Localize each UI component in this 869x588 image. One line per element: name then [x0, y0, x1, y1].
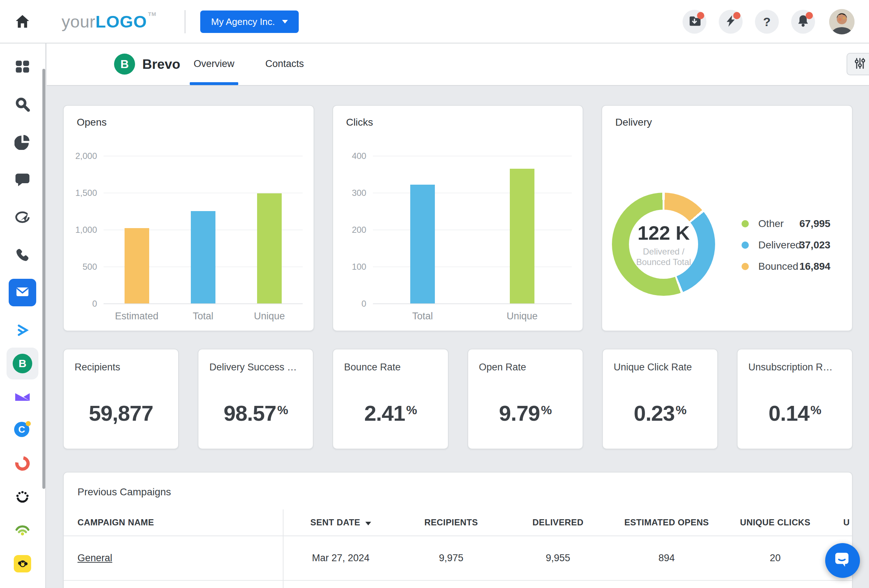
campaign-link[interactable]: General: [77, 552, 112, 563]
table-cell: 9,975: [399, 552, 504, 564]
column-header-campaign-name[interactable]: CAMPAIGN NAME: [64, 517, 283, 527]
bar-total[interactable]: [191, 211, 215, 304]
mailchimp-icon: [14, 555, 31, 572]
stat-value: 2.41%: [333, 401, 448, 426]
legend-item-bounced[interactable]: Bounced16,894: [741, 256, 830, 277]
column-header-estimated-opens[interactable]: ESTIMATED OPENS: [612, 517, 721, 527]
gridline: [373, 230, 572, 230]
column-divider: [283, 510, 283, 588]
agency-selector-label: My Agency Inc.: [211, 16, 275, 28]
sidebar-item-search[interactable]: [12, 94, 33, 114]
table-cell: 20: [721, 552, 829, 564]
stat-value: 59,877: [64, 401, 178, 426]
table-cell: Mar 27, 2024: [283, 552, 399, 564]
donut-total-value: 122 K: [638, 222, 690, 244]
sidebar-item-smiley-brand[interactable]: [12, 487, 33, 508]
column-header-sent-date[interactable]: SENT DATE: [283, 517, 399, 527]
stat-title: Open Rate: [479, 362, 574, 373]
tab-contacts[interactable]: Contacts: [260, 43, 309, 84]
y-axis-tick: 500: [83, 262, 97, 272]
gridline: [373, 304, 572, 304]
column-header-delivered[interactable]: DELIVERED: [504, 517, 612, 527]
stat-card-open-rate: Open Rate9.79%: [467, 349, 583, 449]
percent-sign: %: [541, 403, 552, 417]
y-axis-tick: 2,000: [75, 151, 97, 161]
stat-card-delivery-success: Delivery Success …98.57%: [198, 349, 314, 449]
delivery-chart-card: Delivery 122 K Delivered / Bounced Total…: [601, 105, 853, 331]
sidebar-item-drip[interactable]: [12, 453, 33, 474]
bar-unique[interactable]: [510, 169, 534, 304]
question-mark-icon: ?: [763, 15, 771, 29]
x-axis: EstimatedTotalUnique: [104, 311, 303, 325]
sidebar-item-activecampaign[interactable]: [12, 320, 33, 341]
bar-estimated[interactable]: [125, 228, 149, 304]
y-axis-tick: 300: [352, 188, 366, 198]
stat-value: 0.23%: [603, 401, 717, 426]
legend-label: Other: [758, 218, 783, 230]
integration-header: B Brevo Overview Contacts: [47, 43, 869, 86]
campaign-name-cell: General: [64, 552, 283, 564]
chart-title: Delivery: [615, 117, 652, 128]
legend-item-delivered[interactable]: Delivered37,023: [741, 234, 830, 256]
table-title: Previous Campaigns: [77, 486, 171, 498]
chat-bubble-icon: [15, 172, 30, 188]
home-button[interactable]: [11, 13, 34, 31]
sidebar-item-brevo[interactable]: B: [6, 348, 39, 379]
sidebar-item-reports[interactable]: [12, 132, 33, 152]
y-axis-tick: 100: [352, 262, 366, 272]
activecampaign-icon: [15, 323, 30, 339]
sidebar-item-dashboard[interactable]: [12, 56, 33, 77]
sidebar-item-chat[interactable]: [12, 169, 33, 190]
legend-item-other[interactable]: Other67,995: [741, 213, 830, 234]
import-button[interactable]: [682, 10, 706, 34]
gridline: [373, 193, 572, 193]
clicks-chart-card: Clicks 0100200300400 TotalUnique: [332, 105, 584, 331]
bar-total[interactable]: [410, 185, 435, 304]
stat-card-unsubscription-r: Unsubscription R…0.14%: [737, 349, 853, 449]
app-logo[interactable]: yourLOGOTM: [62, 0, 156, 43]
legend-dot: [741, 263, 749, 270]
whats-new-button[interactable]: [719, 10, 743, 34]
charts-row: Opens 05001,0001,5002,000 EstimatedTotal…: [63, 105, 853, 331]
sliders-icon: [853, 57, 866, 71]
sidebar-scrollbar[interactable]: [42, 69, 45, 489]
user-avatar[interactable]: [829, 9, 854, 34]
percent-sign: %: [277, 403, 288, 417]
grid-icon: [15, 59, 30, 75]
tab-overview[interactable]: Overview: [190, 43, 238, 84]
legend-dot: [741, 241, 749, 249]
main-content: Opens 05001,0001,5002,000 EstimatedTotal…: [47, 86, 869, 588]
column-header-unique-clicks[interactable]: UNIQUE CLICKS: [721, 517, 829, 527]
plot-area: [104, 156, 303, 304]
y-axis-tick: 0: [361, 299, 366, 309]
active-tab-underline: [190, 82, 238, 85]
sidebar-item-calls[interactable]: [12, 245, 33, 265]
plot-area: [373, 156, 572, 304]
notifications-button[interactable]: [791, 10, 815, 34]
sidebar-item-campaign-monitor[interactable]: [12, 387, 33, 407]
help-button[interactable]: ?: [755, 10, 779, 34]
sidebar-item-green-arcs-brand[interactable]: [12, 520, 33, 540]
sidebar-item-email-active[interactable]: [9, 279, 36, 306]
sidebar-item-constant-contact[interactable]: C: [12, 420, 33, 440]
column-header-u[interactable]: U: [829, 517, 852, 527]
settings-button[interactable]: [847, 53, 869, 75]
x-axis-label: Estimated: [104, 311, 169, 322]
y-axis-tick: 1,000: [75, 225, 97, 235]
stats-row: Recipients59,877Delivery Success …98.57%…: [63, 349, 853, 449]
gridline: [104, 156, 303, 156]
agency-selector-button[interactable]: My Agency Inc.: [200, 10, 299, 33]
top-bar: yourLOGOTM My Agency Inc. ?: [0, 0, 869, 43]
sidebar-item-mailchimp[interactable]: [12, 554, 33, 574]
sidebar-item-campaigns[interactable]: [12, 207, 33, 227]
bar-unique[interactable]: [257, 193, 282, 304]
header-actions: [847, 53, 869, 75]
chat-launcher-button[interactable]: [825, 543, 860, 578]
chevron-down-icon: [282, 20, 288, 24]
notification-dot: [697, 12, 704, 19]
column-header-recipients[interactable]: RECIPIENTS: [399, 517, 504, 527]
stat-title: Unsubscription R…: [749, 362, 843, 373]
brevo-logo: B: [114, 53, 135, 75]
smiley-brand-icon: [15, 490, 30, 505]
drip-icon: [12, 453, 33, 474]
